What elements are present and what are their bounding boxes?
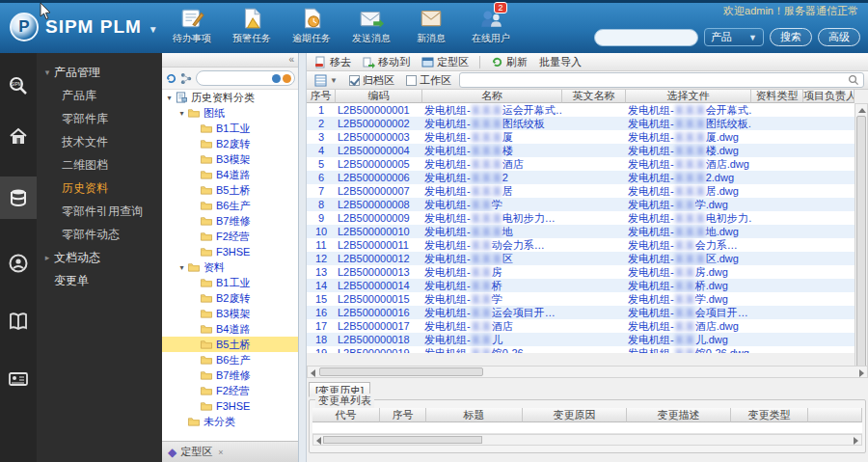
file-cell[interactable]: 发电机组-某某儿.dwg — [626, 333, 751, 346]
table-row[interactable]: 12L2B500000012发电机组-某某某区发电机组-某某某区.dwg — [307, 252, 854, 265]
file-cell[interactable]: 发电机组-某某会力系… — [626, 238, 751, 252]
file-cell[interactable]: 发电机组-某某某区.dwg — [626, 252, 751, 265]
code-cell[interactable]: L2B500000010 — [336, 225, 422, 238]
tree-search-prev-icon[interactable] — [272, 74, 281, 83]
name-cell[interactable]: 发电机组-某某某运会开幕式… — [422, 103, 562, 117]
tree-node-B3模架[interactable]: B3模架 — [162, 306, 298, 321]
archive-area-checkbox[interactable]: 归档区 — [345, 72, 398, 89]
file-cell[interactable]: 发电机组-某某某厦.dwg — [626, 130, 751, 144]
tree-node-B1工业[interactable]: B1工业 — [162, 275, 298, 290]
file-cell[interactable]: 发电机组-某某某图纸绞板.d… — [626, 117, 751, 130]
file-cell[interactable]: 发电机组-某某某居.dwg — [626, 184, 751, 198]
column-header-序号[interactable]: 序号 — [307, 90, 336, 103]
code-cell[interactable]: L2B500000003 — [336, 130, 422, 144]
column-header-编码[interactable]: 编码 — [336, 90, 422, 103]
column-header-项目负责人[interactable]: 项目负责人 — [803, 90, 854, 103]
scroll-left-icon[interactable] — [316, 437, 321, 445]
scroll-up-icon[interactable] — [858, 108, 866, 113]
table-row[interactable]: 5L2B500000005发电机组-某某某酒店发电机组-某某某酒店.dwg — [307, 157, 854, 171]
strip-database-button[interactable] — [0, 177, 37, 219]
tree-node-B3模架[interactable]: B3模架 — [162, 151, 298, 167]
table-row[interactable]: 18L2B500000018发电机组-某某儿发电机组-某某儿.dwg — [307, 333, 854, 346]
tree-node-B2废转[interactable]: B2废转 — [162, 290, 298, 306]
code-cell[interactable]: L2B500000017 — [336, 319, 422, 333]
file-cell[interactable]: 发电机组-某某学.dwg — [626, 198, 751, 211]
code-cell[interactable]: L2B500000013 — [336, 265, 422, 279]
code-cell[interactable]: L2B500000004 — [336, 144, 422, 157]
tree-search-input[interactable] — [200, 73, 270, 84]
app-logo[interactable]: P SIPM PLM ▼ — [10, 13, 158, 41]
name-cell[interactable]: 发电机组-某某动会力系… — [422, 238, 562, 252]
code-cell[interactable]: L2B500000015 — [336, 292, 422, 306]
tree-node-B7维修[interactable]: B7维修 — [162, 367, 298, 383]
code-cell[interactable]: L2B500000005 — [336, 157, 422, 171]
code-cell[interactable]: L2B500000007 — [336, 184, 422, 198]
code-cell[interactable]: L2B500000019 — [336, 346, 422, 353]
code-cell[interactable]: L2B500000006 — [336, 171, 422, 184]
sidebar-item-产品管理[interactable]: ▾产品管理 — [37, 61, 162, 84]
code-cell[interactable]: L2B500000009 — [336, 211, 422, 225]
top-icon-warning[interactable]: 预警任务 — [222, 6, 282, 45]
tree-node-F2经营[interactable]: F2经营 — [162, 229, 298, 244]
column-header-名称[interactable]: 名称 — [422, 90, 562, 103]
horizontal-scroll-thumb[interactable] — [319, 367, 483, 376]
column-header-资料类型[interactable]: 资料类型 — [751, 90, 803, 103]
tree-collapse-icon[interactable]: « — [288, 54, 294, 65]
tree-expand-icon[interactable]: ▾ — [176, 263, 187, 272]
table-row[interactable]: 15L2B500000015发电机组-某某学发电机组-某某学.dwg — [307, 292, 854, 306]
name-cell[interactable]: 发电机组-某某桥 — [422, 279, 562, 292]
vertical-scroll-thumb[interactable] — [856, 116, 866, 392]
sidebar-item-零部件库[interactable]: 零部件库 — [37, 107, 162, 130]
strip-home-button[interactable] — [0, 115, 37, 157]
tree-node-B2废转[interactable]: B2废转 — [162, 136, 298, 151]
tree-refresh-icon[interactable] — [165, 72, 177, 85]
top-icon-online[interactable]: 2在线用户 — [461, 6, 521, 45]
table-row[interactable]: 9L2B500000009发电机组-某某某电初步力…发电机组-某某某电初步力… — [307, 211, 854, 225]
tree-node-B6生产[interactable]: B6生产 — [162, 198, 298, 213]
code-cell[interactable]: L2B500000016 — [336, 306, 422, 319]
table-row[interactable]: 4L2B500000004发电机组-某某某楼发电机组-某某某楼.dwg — [307, 144, 854, 157]
file-cell[interactable]: 发电机组-某某馆0-26.dwg — [626, 346, 751, 353]
file-cell[interactable]: 发电机组-某某会项目开… — [626, 306, 751, 319]
tree-node-B7维修[interactable]: B7维修 — [162, 213, 298, 229]
scroll-right-icon[interactable] — [854, 437, 858, 445]
file-cell[interactable]: 发电机组-某某学.dwg — [626, 292, 751, 306]
tree-search-next-icon[interactable] — [283, 74, 291, 83]
table-row[interactable]: 10L2B500000010发电机组-某某某地发电机组-某某某地.dwg — [307, 225, 854, 238]
advanced-search-button[interactable]: 高级 — [818, 28, 860, 46]
strip-library-button[interactable] — [0, 300, 37, 342]
file-cell[interactable]: 发电机组-某某某楼.dwg — [626, 144, 751, 157]
sidebar-item-历史资料[interactable]: 历史资料 — [37, 177, 162, 200]
name-cell[interactable]: 发电机组-某某某区 — [422, 252, 562, 265]
table-row[interactable]: 7L2B500000007发电机组-某某某居发电机组-某某某居.dwg — [307, 184, 854, 198]
tree-structure-icon[interactable] — [180, 72, 193, 85]
strip-idcard-button[interactable] — [0, 358, 37, 400]
table-row[interactable]: 6L2B500000006发电机组-某某某2发电机组-某某某2.dwg — [307, 171, 854, 184]
panel-splitter[interactable] — [299, 53, 307, 462]
file-cell[interactable]: 发电机组-某某某2.dwg — [626, 171, 751, 184]
name-cell[interactable]: 发电机组-某某某酒店 — [422, 157, 562, 171]
name-cell[interactable]: 发电机组-某某某厦 — [422, 130, 562, 144]
name-cell[interactable]: 发电机组-某某某楼 — [422, 144, 562, 157]
tree-bottom-tab-close-icon[interactable]: × — [218, 448, 223, 457]
top-icon-overdue[interactable]: 逾期任务 — [282, 6, 341, 45]
table-row[interactable]: 3L2B500000003发电机组-某某某厦发电机组-某某某厦.dwg — [307, 130, 854, 144]
table-filter-input[interactable] — [464, 74, 848, 86]
name-cell[interactable]: 发电机组-某某某电初步力… — [422, 211, 562, 225]
file-cell[interactable]: 发电机组-某某某电初步力… — [626, 211, 751, 225]
table-row[interactable]: 19L2B500000019发电机组-某某馆0-26发电机组-某某馆0-26.d… — [307, 346, 854, 353]
global-search-input[interactable] — [594, 29, 698, 46]
top-icon-newmsg[interactable]: 新消息 — [401, 6, 461, 45]
tree-node-F3HSE[interactable]: F3HSE — [162, 398, 298, 414]
name-cell[interactable]: 发电机组-某某某地 — [422, 225, 562, 238]
table-row[interactable]: 2L2B500000002发电机组-某某某图纸绞板发电机组-某某某图纸绞板.d… — [307, 117, 854, 130]
code-cell[interactable]: L2B500000012 — [336, 252, 422, 265]
tree-expand-icon[interactable]: ▾ — [176, 109, 187, 118]
tree-node-B4道路[interactable]: B4道路 — [162, 167, 298, 182]
tree-node-历史资料分类[interactable]: ▾历史资料分类 — [162, 90, 298, 105]
change-column-header-变更原因[interactable]: 变更原因 — [523, 408, 627, 422]
change-column-header-变更描述[interactable]: 变更描述 — [627, 408, 731, 422]
sidebar-item-文档动态[interactable]: ▸文档动态 — [37, 246, 162, 269]
file-cell[interactable]: 发电机组-某某酒店.dwg — [626, 319, 751, 333]
tree-node-B6生产[interactable]: B6生产 — [162, 352, 298, 367]
